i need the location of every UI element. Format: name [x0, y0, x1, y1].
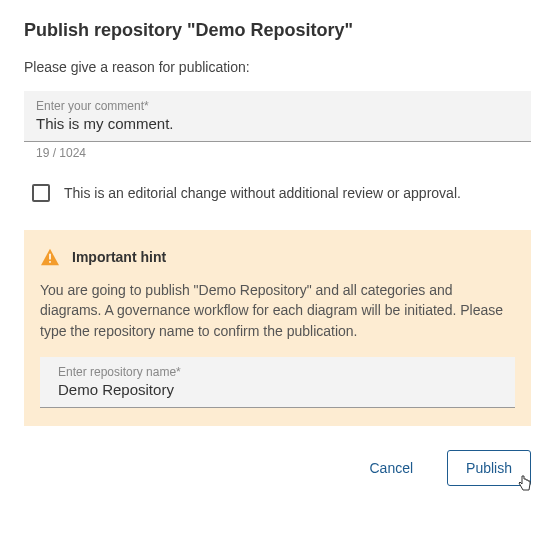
hint-text: You are going to publish "Demo Repositor… — [40, 280, 515, 341]
important-hint-box: Important hint You are going to publish … — [24, 230, 531, 426]
confirm-name-input[interactable] — [58, 381, 503, 398]
cancel-button[interactable]: Cancel — [355, 450, 427, 486]
dialog-title: Publish repository "Demo Repository" — [24, 20, 531, 41]
svg-rect-0 — [49, 254, 51, 260]
comment-field-group[interactable]: Enter your comment* — [24, 91, 531, 142]
confirm-name-label: Enter repository name* — [58, 365, 503, 379]
comment-label: Enter your comment* — [36, 99, 519, 113]
warning-triangle-icon — [40, 248, 60, 266]
editorial-checkbox[interactable] — [32, 184, 50, 202]
publish-button[interactable]: Publish — [447, 450, 531, 486]
svg-rect-1 — [49, 261, 51, 263]
dialog-subtitle: Please give a reason for publication: — [24, 59, 531, 75]
hint-header: Important hint — [40, 248, 515, 266]
confirm-name-field-group[interactable]: Enter repository name* — [40, 357, 515, 408]
comment-char-count: 19 / 1024 — [36, 146, 531, 160]
comment-input[interactable] — [36, 115, 519, 132]
hint-title: Important hint — [72, 249, 166, 265]
dialog-footer: Cancel Publish — [24, 450, 531, 486]
editorial-checkbox-row: This is an editorial change without addi… — [24, 184, 531, 202]
editorial-checkbox-label: This is an editorial change without addi… — [64, 185, 461, 201]
